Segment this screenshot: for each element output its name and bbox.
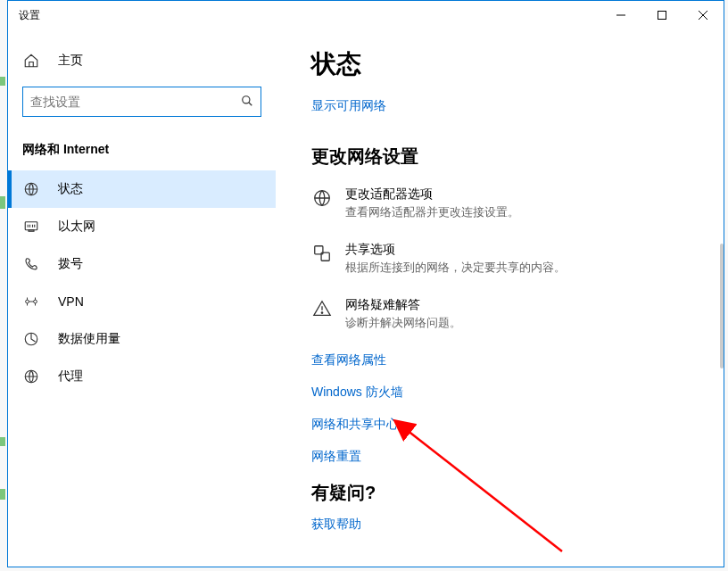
nav-item-data-usage[interactable]: 数据使用量 xyxy=(8,320,276,358)
settings-window: 设置 主页 xyxy=(7,0,724,567)
links-block: 查看网络属性 Windows 防火墙 网络和共享中心 网络重置 xyxy=(311,352,697,465)
option-desc: 根据所连接到的网络，决定要共享的内容。 xyxy=(345,260,566,276)
search-icon xyxy=(241,95,253,110)
option-text: 共享选项 根据所连接到的网络，决定要共享的内容。 xyxy=(345,242,566,276)
link-properties[interactable]: 查看网络属性 xyxy=(311,352,697,368)
sidebar: 主页 网络和 Internet 状态 以太网 xyxy=(8,29,276,567)
option-sharing[interactable]: 共享选项 根据所连接到的网络，决定要共享的内容。 xyxy=(311,242,697,276)
search-input[interactable] xyxy=(30,95,241,109)
data-icon xyxy=(22,331,40,347)
nav-label: VPN xyxy=(58,294,84,309)
title-bar: 设置 xyxy=(8,1,724,29)
link-sharing-center[interactable]: 网络和共享中心 xyxy=(311,417,697,433)
main-panel: 状态 显示可用网络 更改网络设置 更改适配器选项 查看网络适配器并更改连接设置。… xyxy=(276,29,724,567)
window-title: 设置 xyxy=(19,8,40,23)
nav-label: 数据使用量 xyxy=(58,331,120,347)
option-text: 更改适配器选项 查看网络适配器并更改连接设置。 xyxy=(345,186,519,220)
show-networks-link[interactable]: 显示可用网络 xyxy=(311,98,386,114)
page-heading: 状态 xyxy=(311,47,697,81)
search-box[interactable] xyxy=(22,87,261,117)
scrollbar[interactable] xyxy=(720,244,724,368)
svg-rect-7 xyxy=(25,222,37,230)
home-icon xyxy=(22,53,40,69)
question-heading: 有疑问? xyxy=(311,481,697,505)
svg-point-14 xyxy=(34,300,37,303)
option-adapter[interactable]: 更改适配器选项 查看网络适配器并更改连接设置。 xyxy=(311,186,697,220)
nav-item-proxy[interactable]: 代理 xyxy=(8,358,276,395)
svg-point-4 xyxy=(243,95,250,103)
link-reset[interactable]: 网络重置 xyxy=(311,449,697,465)
content-area: 主页 网络和 Internet 状态 以太网 xyxy=(8,29,724,567)
nav-item-ethernet[interactable]: 以太网 xyxy=(8,208,276,245)
maximize-button[interactable] xyxy=(641,1,682,29)
help-link[interactable]: 获取帮助 xyxy=(311,517,361,533)
svg-point-13 xyxy=(26,300,29,303)
option-text: 网络疑难解答 诊断并解决网络问题。 xyxy=(345,297,461,331)
nav-label: 状态 xyxy=(58,181,83,197)
ethernet-icon xyxy=(22,219,40,235)
option-title: 网络疑难解答 xyxy=(345,297,461,313)
phone-icon xyxy=(22,256,40,272)
home-label: 主页 xyxy=(58,53,83,69)
sharing-icon xyxy=(311,244,333,263)
minimize-button[interactable] xyxy=(600,1,641,29)
nav-label: 代理 xyxy=(58,368,83,385)
proxy-icon xyxy=(22,368,40,385)
nav-item-vpn[interactable]: VPN xyxy=(8,283,276,320)
link-firewall[interactable]: Windows 防火墙 xyxy=(311,385,697,401)
globe-icon xyxy=(22,181,40,197)
svg-point-21 xyxy=(321,312,322,313)
home-button[interactable]: 主页 xyxy=(8,44,276,78)
nav-label: 拨号 xyxy=(58,256,83,272)
close-button[interactable] xyxy=(682,1,724,29)
section-label: 网络和 Internet xyxy=(8,135,276,170)
option-desc: 查看网络适配器并更改连接设置。 xyxy=(345,204,519,220)
nav-item-dialup[interactable]: 拨号 xyxy=(8,245,276,283)
window-controls xyxy=(600,1,724,29)
change-settings-heading: 更改网络设置 xyxy=(311,145,697,169)
svg-rect-1 xyxy=(658,12,666,20)
svg-line-5 xyxy=(249,102,252,105)
svg-rect-8 xyxy=(29,230,34,232)
option-troubleshoot[interactable]: 网络疑难解答 诊断并解决网络问题。 xyxy=(311,297,697,331)
nav-item-status[interactable]: 状态 xyxy=(8,170,276,208)
option-title: 共享选项 xyxy=(345,242,566,258)
warning-icon xyxy=(311,299,333,319)
vpn-icon xyxy=(22,294,40,310)
option-desc: 诊断并解决网络问题。 xyxy=(345,315,461,331)
adapter-icon xyxy=(311,188,333,208)
nav-label: 以太网 xyxy=(58,219,95,235)
option-title: 更改适配器选项 xyxy=(345,186,519,203)
background-edge xyxy=(0,0,7,571)
